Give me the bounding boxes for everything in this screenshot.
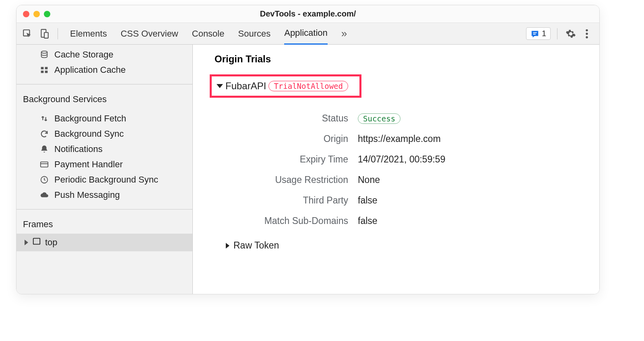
sidebar-item-label: Background Fetch — [54, 113, 126, 124]
clock-icon — [39, 175, 50, 185]
sidebar-item-payment-handler[interactable]: Payment Handler — [17, 157, 192, 172]
frame-label: top — [45, 237, 58, 248]
maximize-icon[interactable] — [44, 11, 50, 17]
sidebar-item-notifications[interactable]: Notifications — [17, 142, 192, 157]
sidebar-header-frames: Frames — [17, 214, 192, 234]
issues-count: 1 — [542, 29, 546, 38]
sidebar-group-cache: Cache Storage Application Cache — [17, 45, 192, 80]
chevron-down-icon — [217, 84, 223, 88]
sidebar-item-label: Application Cache — [54, 65, 126, 75]
kv-expiry: Expiry Time 14/07/2021, 00:59:59 — [231, 149, 583, 170]
svg-rect-16 — [33, 238, 40, 244]
sidebar-item-application-cache[interactable]: Application Cache — [17, 62, 192, 78]
page-title: Origin Trials — [215, 53, 583, 65]
tab-application[interactable]: Application — [284, 23, 328, 45]
kv-value: Success — [358, 113, 400, 124]
device-toggle-icon[interactable] — [37, 26, 52, 41]
kv-key: Third Party — [231, 195, 348, 206]
chevron-right-icon — [226, 243, 229, 249]
minimize-icon[interactable] — [33, 11, 40, 17]
titlebar: DevTools - example.com/ — [17, 5, 599, 23]
divider — [58, 28, 58, 39]
bell-icon — [39, 144, 50, 154]
svg-point-6 — [586, 33, 588, 35]
tab-css-overview[interactable]: CSS Overview — [121, 23, 178, 45]
status-badge: Success — [358, 113, 400, 124]
svg-rect-9 — [41, 67, 44, 70]
origin-trial-row[interactable]: FubarAPI TrialNotAllowed — [210, 74, 361, 98]
kebab-icon[interactable] — [580, 27, 594, 41]
svg-rect-11 — [41, 71, 44, 73]
updown-icon — [39, 113, 50, 124]
svg-rect-10 — [45, 67, 48, 70]
kv-origin: Origin https://example.com — [231, 129, 583, 149]
svg-rect-2 — [44, 32, 48, 38]
card-icon — [39, 159, 50, 170]
kv-key: Expiry Time — [231, 154, 348, 165]
toolbar-right: 1 — [526, 27, 596, 41]
sidebar-item-label: Background Sync — [54, 129, 124, 139]
sidebar: Cache Storage Application Cache Backgrou… — [17, 45, 193, 294]
kv-value: false — [358, 195, 378, 206]
sidebar-item-background-fetch[interactable]: Background Fetch — [17, 111, 192, 126]
tab-console[interactable]: Console — [192, 23, 225, 45]
frame-icon — [32, 237, 41, 248]
sidebar-item-frame-top[interactable]: top — [17, 234, 192, 251]
kv-value: 14/07/2021, 00:59:59 — [358, 154, 445, 165]
close-icon[interactable] — [23, 11, 29, 17]
sidebar-item-label: Cache Storage — [54, 49, 114, 60]
window-title: DevTools - example.com/ — [17, 9, 599, 18]
devtools-window: DevTools - example.com/ Elements CSS Ove… — [16, 5, 600, 294]
sidebar-item-label: Periodic Background Sync — [54, 175, 158, 185]
database-icon — [39, 49, 50, 60]
sidebar-item-label: Push Messaging — [54, 190, 120, 200]
sidebar-item-background-sync[interactable]: Background Sync — [17, 126, 192, 142]
kv-usage-restriction: Usage Restriction None — [231, 170, 583, 190]
svg-rect-3 — [533, 32, 537, 33]
chevron-right-icon — [25, 240, 28, 245]
kv-match-subdomains: Match Sub-Domains false — [231, 211, 583, 231]
tab-elements[interactable]: Elements — [70, 23, 107, 45]
kv-value: false — [358, 216, 378, 226]
svg-rect-13 — [41, 162, 48, 167]
divider — [557, 28, 557, 39]
raw-token-label: Raw Token — [233, 240, 279, 251]
divider — [17, 84, 192, 84]
traffic-lights — [23, 11, 50, 17]
svg-rect-12 — [45, 71, 48, 73]
sidebar-item-label: Payment Handler — [54, 159, 123, 170]
main-panel: Origin Trials FubarAPI TrialNotAllowed S… — [193, 45, 599, 294]
kv-key: Status — [231, 113, 348, 124]
trial-name: FubarAPI — [225, 80, 266, 92]
grid-icon — [39, 65, 50, 75]
toolbar-left — [17, 26, 62, 41]
sidebar-item-cache-storage[interactable]: Cache Storage — [17, 47, 192, 62]
kv-third-party: Third Party false — [231, 190, 583, 211]
issues-button[interactable]: 1 — [526, 27, 551, 40]
sidebar-item-label: Notifications — [54, 144, 103, 154]
gear-icon[interactable] — [564, 27, 578, 41]
sidebar-item-push-messaging[interactable]: Push Messaging — [17, 187, 192, 203]
inspect-icon[interactable] — [20, 26, 35, 41]
sidebar-header-background-services: Background Services — [17, 88, 192, 109]
raw-token-toggle[interactable]: Raw Token — [226, 240, 583, 251]
sync-icon — [39, 129, 50, 139]
trial-details: Status Success Origin https://example.co… — [231, 108, 583, 231]
sidebar-item-periodic-background-sync[interactable]: Periodic Background Sync — [17, 172, 192, 187]
content: Cache Storage Application Cache Backgrou… — [17, 45, 599, 294]
cloud-icon — [39, 190, 50, 200]
divider — [17, 209, 192, 210]
svg-rect-4 — [533, 34, 535, 35]
sidebar-group-background: Background Fetch Background Sync Notific… — [17, 109, 192, 205]
kv-key: Usage Restriction — [231, 175, 348, 185]
svg-point-8 — [41, 51, 47, 53]
kv-key: Match Sub-Domains — [231, 216, 348, 226]
kv-value: None — [358, 175, 380, 185]
trial-status-badge: TrialNotAllowed — [268, 81, 348, 91]
kv-key: Origin — [231, 134, 348, 144]
devtools-toolbar: Elements CSS Overview Console Sources Ap… — [17, 23, 599, 45]
tab-sources[interactable]: Sources — [238, 23, 270, 45]
panel-tabs: Elements CSS Overview Console Sources Ap… — [70, 23, 347, 45]
svg-point-7 — [586, 36, 588, 38]
tabs-overflow-icon[interactable]: » — [341, 23, 347, 45]
